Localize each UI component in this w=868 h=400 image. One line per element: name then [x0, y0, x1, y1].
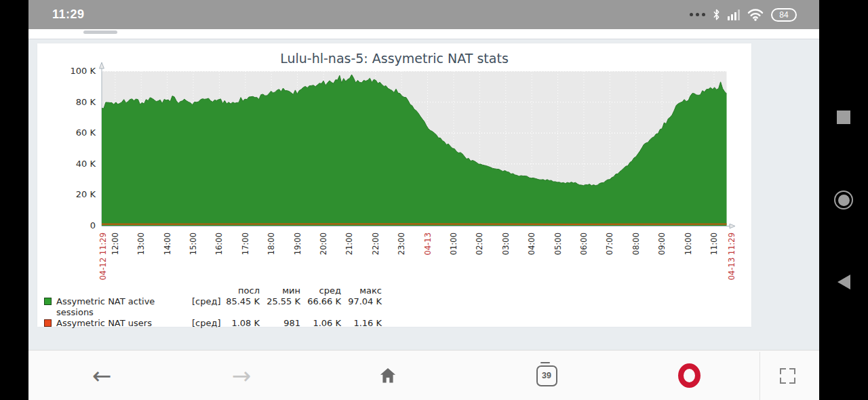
legend-swatch-icon	[44, 319, 52, 327]
y-tick-label: 60 K	[76, 127, 96, 138]
page-top-strip	[28, 29, 819, 39]
legend-stat-value: 85.45 K	[220, 296, 260, 318]
x-axis-arrow-icon	[730, 224, 735, 228]
legend-column-header: мин	[260, 285, 300, 296]
graph-card: Lulu-hl-nas-5: Assymetric NAT stats 020 …	[37, 43, 751, 327]
legend-stat-value: 66.66 K	[300, 296, 341, 318]
x-tick-label: 04-12 11:29	[98, 233, 108, 280]
x-tick-label: 14:00	[163, 233, 172, 255]
x-tick-label: 12:00	[111, 233, 120, 255]
x-tick-label: 08:00	[631, 233, 641, 255]
back-button[interactable]: ←	[90, 351, 114, 400]
forward-arrow-icon: →	[232, 351, 252, 400]
legend-spacer	[44, 285, 56, 296]
x-tick-label: 15:00	[189, 233, 198, 255]
legend-swatch-icon	[44, 298, 52, 305]
legend-stat-value: 981	[260, 318, 300, 329]
legend-stat-value: 97.04 K	[341, 296, 382, 318]
x-tick-label: 04-13	[423, 233, 433, 255]
back-triangle-icon	[837, 275, 850, 289]
chart-legend: послминсредмаксAssymetric NAT active ses…	[44, 285, 382, 329]
x-tick-label: 06:00	[579, 233, 589, 255]
legend-stat-value: 25.55 K	[260, 296, 300, 318]
tabs-button[interactable]: 39	[534, 351, 559, 400]
y-axis-arrow-icon	[100, 62, 104, 68]
recents-square-icon	[837, 111, 850, 124]
forward-button[interactable]: →	[229, 351, 254, 400]
x-tick-label: 20:00	[319, 233, 328, 255]
clock: 11:29	[52, 7, 85, 22]
home-circle-icon	[834, 191, 853, 209]
legend-series-label: Assymetric NAT users	[56, 318, 192, 329]
y-tick-label: 100 K	[71, 66, 96, 76]
status-bar: 11:29 84	[28, 0, 819, 29]
x-tick-label: 04-13 11:29	[727, 233, 736, 280]
y-tick-label: 20 K	[76, 189, 96, 199]
home-icon	[378, 366, 397, 385]
battery-percent: 84	[779, 10, 788, 20]
nat-stats-graph[interactable]: 020 K40 K60 K80 K100 K12:0013:0014:0015:…	[37, 43, 751, 327]
x-tick-label: 19:00	[293, 233, 302, 255]
x-tick-label: 21:00	[344, 233, 354, 255]
x-tick-label: 04:00	[527, 233, 536, 255]
legend-aggregation-label: [сред]	[192, 296, 220, 318]
overflow-dots-icon	[690, 13, 705, 16]
x-tick-label: 10:00	[684, 233, 693, 255]
opera-menu-button[interactable]	[677, 351, 701, 400]
legend-series-label: Assymetric NAT active sessions	[56, 296, 192, 318]
y-tick-label: 40 K	[76, 159, 96, 169]
fullscreen-icon	[780, 368, 795, 384]
android-back-button[interactable]	[819, 275, 868, 289]
opera-logo-icon	[678, 363, 701, 388]
x-tick-label: 23:00	[397, 233, 406, 255]
legend-aggregation-label: [сред]	[192, 318, 220, 329]
x-tick-label: 09:00	[657, 233, 667, 255]
x-tick-label: 03:00	[501, 233, 511, 255]
android-nav-bar	[819, 0, 868, 400]
screen-bezel-left	[0, 0, 28, 400]
tab-count: 39	[542, 371, 551, 380]
legend-stat-value: 1.16 K	[341, 318, 382, 329]
y-tick-label: 80 K	[76, 97, 96, 107]
fullscreen-button[interactable]	[778, 351, 796, 400]
battery-indicator: 84	[771, 8, 797, 22]
legend-column-header: макс	[341, 285, 382, 296]
wifi-icon	[747, 8, 764, 21]
x-tick-label: 02:00	[475, 233, 484, 255]
x-tick-label: 18:00	[267, 233, 276, 255]
home-button[interactable]	[376, 351, 400, 400]
legend-stat-value: 1.08 K	[220, 318, 260, 329]
android-home-button[interactable]	[819, 191, 868, 209]
phone-screen: 11:29 84 Lulu-hl-nas-5: Assymetric NAT s…	[28, 0, 819, 400]
legend-spacer	[192, 285, 220, 296]
status-icons: 84	[690, 0, 797, 29]
legend-stat-value: 1.06 K	[300, 318, 341, 329]
cell-signal-icon	[728, 9, 740, 20]
browser-viewport: Lulu-hl-nas-5: Assymetric NAT stats 020 …	[28, 29, 819, 350]
browser-toolbar: ← → 39	[28, 350, 819, 400]
x-tick-label: 17:00	[241, 233, 250, 255]
x-tick-label: 16:00	[214, 233, 224, 255]
legend-spacer	[56, 285, 192, 296]
toolbar-divider	[760, 352, 760, 400]
legend-column-header: сред	[300, 285, 341, 296]
scrollbar-thumb[interactable]	[83, 31, 117, 34]
bluetooth-icon	[712, 9, 721, 20]
x-tick-label: 05:00	[553, 233, 563, 255]
x-tick-label: 11:00	[709, 233, 719, 255]
android-recents-button[interactable]	[819, 111, 868, 124]
y-tick-label: 0	[90, 220, 96, 231]
back-arrow-icon: ←	[92, 351, 112, 400]
x-tick-label: 07:00	[605, 233, 614, 255]
legend-swatch-cell	[44, 296, 56, 318]
tab-counter: 39	[536, 365, 557, 386]
legend-swatch-cell	[44, 318, 56, 329]
x-tick-label: 22:00	[371, 233, 380, 255]
legend-column-header: посл	[220, 285, 260, 296]
x-tick-label: 01:00	[449, 233, 458, 255]
x-tick-label: 13:00	[136, 233, 146, 255]
